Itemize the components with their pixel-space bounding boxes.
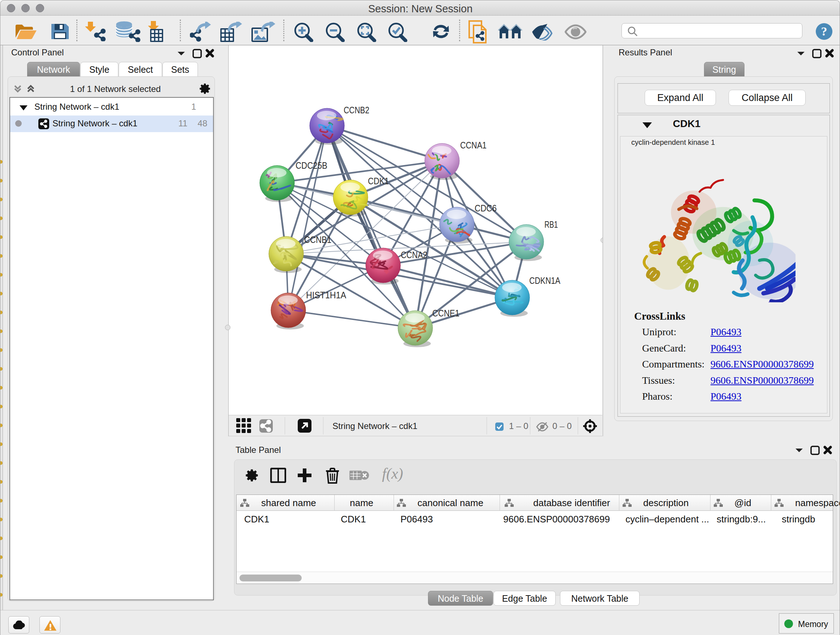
svg-text:CDC6: CDC6 <box>475 203 497 214</box>
svg-text:CDC25B: CDC25B <box>295 160 327 171</box>
svg-text:CCNB2: CCNB2 <box>344 105 369 116</box>
svg-text:RB1: RB1 <box>545 219 558 230</box>
svg-text:CDK1: CDK1 <box>368 176 389 187</box>
svg-text:CCNA2: CCNA2 <box>401 249 427 260</box>
svg-text:CCNE1: CCNE1 <box>432 308 459 318</box>
svg-text:?: ? <box>821 25 827 38</box>
svg-text:CCNA1: CCNA1 <box>460 140 486 150</box>
svg-text:CCNB1: CCNB1 <box>304 234 332 245</box>
svg-text:CDKN1A: CDKN1A <box>529 275 561 286</box>
svg-text:HIST1H1A: HIST1H1A <box>306 290 347 301</box>
